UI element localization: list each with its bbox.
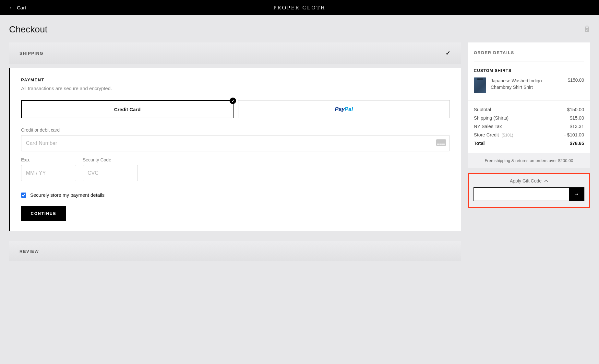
brand-logo[interactable]: PROPER CLOTH	[273, 5, 326, 11]
order-details-title: ORDER DETAILS	[474, 50, 584, 62]
subtotal-row: Subtotal $150.00	[474, 107, 584, 112]
svg-rect-0	[585, 28, 589, 32]
card-number-label: Credit or debit card	[21, 127, 450, 133]
store-credit-note: ($101)	[501, 133, 513, 137]
total-label: Total	[474, 141, 485, 146]
tax-value: $13.31	[570, 124, 584, 129]
step-payment: PAYMENT All transactions are secure and …	[9, 68, 461, 231]
svg-rect-2	[437, 144, 439, 145]
continue-button[interactable]: CONTINUE	[21, 206, 66, 221]
subtotal-label: Subtotal	[474, 107, 491, 112]
product-thumbnail	[474, 77, 486, 93]
top-bar: ← Cart PROPER CLOTH	[0, 0, 599, 15]
step-review-title: REVIEW	[19, 249, 39, 254]
store-credit-value: - $101.00	[564, 132, 584, 137]
gift-code-input[interactable]	[473, 187, 569, 201]
arrow-left-icon: ←	[9, 5, 14, 11]
cvc-label: Security Code	[83, 157, 138, 162]
chevron-up-icon	[544, 178, 548, 183]
payment-subtitle: All transactions are secure and encrypte…	[21, 86, 450, 91]
svg-rect-5	[443, 144, 445, 145]
gift-code-section: Apply Gift Code →	[468, 173, 590, 208]
gift-code-label: Apply Gift Code	[510, 178, 542, 183]
svg-rect-4	[441, 144, 443, 145]
step-shipping-title: SHIPPING	[19, 51, 43, 56]
step-payment-title: PAYMENT	[21, 77, 450, 82]
credit-card-label: Credit Card	[114, 107, 141, 112]
step-shipping[interactable]: SHIPPING ✓	[9, 42, 461, 64]
shipping-label: Shipping (Shirts)	[474, 115, 509, 121]
svg-rect-3	[439, 144, 441, 145]
paypal-logo-icon: PayPal	[335, 106, 353, 112]
store-payment-label: Securely store my payment details	[30, 192, 104, 198]
gift-code-toggle[interactable]: Apply Gift Code	[473, 178, 584, 183]
total-row: Total $78.65	[474, 141, 584, 146]
shipping-value: $15.00	[570, 115, 584, 121]
svg-rect-1	[436, 139, 446, 146]
order-group-title: CUSTOM SHIRTS	[474, 68, 584, 73]
store-payment-checkbox[interactable]	[21, 193, 26, 198]
gift-code-submit-button[interactable]: →	[569, 187, 584, 201]
step-review[interactable]: REVIEW	[9, 241, 461, 261]
payment-method-credit-card[interactable]: Credit Card ✓	[21, 100, 234, 118]
credit-card-icon	[436, 139, 446, 147]
exp-label: Exp.	[21, 157, 76, 162]
back-to-cart-link[interactable]: ← Cart	[9, 5, 26, 11]
lock-icon	[584, 26, 590, 33]
order-line-item: Japanese Washed Indigo Chambray Shirt Sh…	[474, 77, 584, 93]
total-value: $78.65	[570, 141, 584, 146]
back-label: Cart	[17, 5, 26, 10]
store-payment-row[interactable]: Securely store my payment details	[21, 192, 450, 198]
free-shipping-note: Free shipping & returns on orders over $…	[468, 153, 590, 168]
exp-input[interactable]	[21, 165, 76, 181]
payment-method-paypal[interactable]: PayPal	[238, 100, 450, 118]
subtotal-value: $150.00	[567, 107, 584, 112]
checkmark-icon: ✓	[446, 50, 450, 57]
store-credit-label: Store Credit	[474, 132, 499, 137]
shipping-row: Shipping (Shirts) $15.00	[474, 115, 584, 121]
selected-check-icon: ✓	[230, 98, 236, 104]
cvc-input[interactable]	[83, 165, 138, 181]
product-price: $150.00	[568, 77, 584, 93]
arrow-right-icon: →	[574, 191, 579, 197]
tax-row: NY Sales Tax $13.31	[474, 124, 584, 129]
order-details-card: ORDER DETAILS CUSTOM SHIRTS Japanese Was…	[468, 42, 590, 168]
page-title: Checkout	[9, 24, 47, 35]
store-credit-row: Store Credit ($101) - $101.00	[474, 132, 584, 137]
tax-label: NY Sales Tax	[474, 124, 502, 129]
card-number-input[interactable]	[21, 135, 450, 151]
product-name: Japanese Washed Indigo Chambray Shirt Sh…	[491, 77, 563, 93]
